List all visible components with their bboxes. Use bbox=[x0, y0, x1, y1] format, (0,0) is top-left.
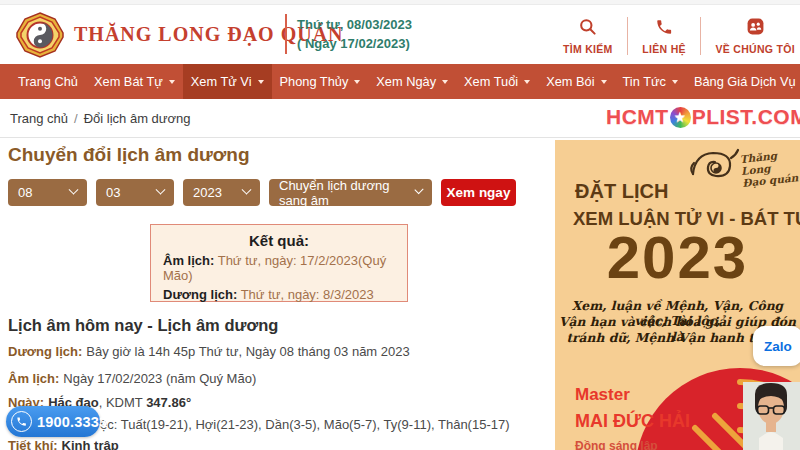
star-glyph: ★ bbox=[675, 111, 686, 123]
today-hours-fragment: ệc: Tuất(19-21), Hợi(21-23), Dần(3-5), M… bbox=[100, 417, 510, 432]
ad-master-name: MAI ĐỨC HẢI bbox=[575, 411, 690, 432]
main-nav: Trang Chủ Xem Bát Tự Xem Tử Vi Phong Thủ… bbox=[0, 64, 800, 99]
today-lunar-label: Âm lịch: bbox=[8, 371, 59, 386]
day-select[interactable]: 08 bbox=[8, 179, 87, 206]
nav-item-xem-boi[interactable]: Xem Bói bbox=[538, 64, 614, 99]
sidebar-ad-banner[interactable]: Thăng Long Đạo quán ĐẶT LỊCH XEM LUẬN TỬ… bbox=[555, 140, 800, 450]
nav-label: Bảng Giá Dịch Vụ bbox=[694, 74, 796, 89]
ad-year: 2023 bbox=[555, 228, 800, 288]
today-solar-line: Dương lịch:Bây giờ là 14h 45p Thứ tư, Ng… bbox=[8, 344, 410, 359]
nav-label: Trang Chủ bbox=[18, 74, 78, 89]
chevron-down-icon bbox=[354, 80, 360, 84]
result-lunar-row: Âm lịch: Thứ tư, ngày: 17/2/2023(Quý Mão… bbox=[163, 253, 407, 283]
nav-item-bang-gia[interactable]: Bảng Giá Dịch Vụ bbox=[686, 64, 800, 99]
today-lunar-value: Ngày 17/02/2023 (năm Quý Mão) bbox=[63, 371, 256, 386]
chevron-down-icon bbox=[524, 80, 530, 84]
breadcrumb: Trang chủ/Đổi lịch âm dương bbox=[10, 111, 191, 126]
ad-master-title: Master bbox=[575, 385, 630, 405]
nav-label: Phong Thủy bbox=[280, 74, 349, 89]
chevron-down-icon bbox=[258, 80, 264, 84]
star-circle-icon: ★ bbox=[670, 107, 691, 128]
nav-label: Xem Ngày bbox=[376, 74, 436, 89]
site-header: THĂNG LONG ĐẠO QUÁN Thứ tư, 08/03/2023 (… bbox=[0, 6, 800, 64]
result-solar-row: Dương lịch: Thứ tư, ngày: 8/3/2023 bbox=[163, 287, 407, 302]
year-select[interactable]: 2023 bbox=[183, 179, 260, 206]
chevron-down-icon bbox=[601, 80, 607, 84]
today-lunar-line: Âm lịch:Ngày 17/02/2023 (năm Quý Mão) bbox=[8, 371, 256, 386]
chevron-down-icon bbox=[169, 80, 175, 84]
page-title: Chuyển đổi lịch âm dương bbox=[8, 144, 250, 166]
chevron-down-icon bbox=[442, 80, 448, 84]
today-day-degree: 347.86° bbox=[146, 395, 191, 410]
search-label: TÌM KIẾM bbox=[563, 43, 613, 55]
page-root: THĂNG LONG ĐẠO QUÁN Thứ tư, 08/03/2023 (… bbox=[0, 0, 800, 450]
phone-icon bbox=[655, 18, 673, 40]
result-box: Kết quả: Âm lịch: Thứ tư, ngày: 17/2/202… bbox=[150, 224, 408, 302]
phone-icon bbox=[11, 411, 32, 432]
nav-item-phong-thuy[interactable]: Phong Thủy bbox=[272, 64, 369, 99]
about-button[interactable]: VỀ CHÚNG TÔI bbox=[716, 17, 795, 55]
header-action-divider bbox=[700, 17, 701, 55]
nav-item-bat-tu[interactable]: Xem Bát Tự bbox=[86, 64, 183, 99]
breadcrumb-current: Đổi lịch âm dương bbox=[84, 111, 191, 126]
day-select-value: 08 bbox=[18, 185, 32, 200]
month-select[interactable]: 03 bbox=[96, 179, 174, 206]
zalo-label: Zalo bbox=[764, 339, 792, 354]
today-solar-value: Bây giờ là 14h 45p Thứ tư, Ngày 08 tháng… bbox=[86, 344, 409, 359]
search-icon bbox=[578, 17, 597, 40]
today-section-title: Lịch âm hôm nay - Lịch âm dương bbox=[8, 316, 278, 335]
watermark-text-right: PLIST.COM bbox=[692, 105, 800, 129]
search-button[interactable]: TÌM KIẾM bbox=[563, 17, 613, 55]
nav-item-home[interactable]: Trang Chủ bbox=[10, 64, 86, 99]
hotline-number: 1900.3333 bbox=[37, 414, 107, 430]
nav-label: Tin Tức bbox=[623, 74, 666, 89]
ad-master-role: Đồng sáng lập bbox=[575, 439, 658, 450]
breadcrumb-home[interactable]: Trang chủ bbox=[10, 111, 68, 126]
chevron-down-icon bbox=[69, 185, 79, 195]
contact-button[interactable]: LIÊN HỆ bbox=[642, 18, 686, 55]
site-logo[interactable] bbox=[16, 12, 64, 58]
contact-label: LIÊN HỆ bbox=[642, 43, 686, 55]
nav-item-xem-ngay[interactable]: Xem Ngày bbox=[368, 64, 456, 99]
nav-item-tin-tuc[interactable]: Tin Tức bbox=[615, 64, 686, 99]
converter-form: 08 03 2023 Chuyển lịch dương sang âm Xem… bbox=[8, 179, 516, 206]
result-solar-value: Thứ tư, ngày: 8/3/2023 bbox=[241, 287, 374, 302]
today-season-value: Kinh trập bbox=[62, 438, 119, 450]
chevron-down-icon bbox=[156, 185, 166, 195]
result-title: Kết quả: bbox=[151, 232, 407, 249]
about-label: VỀ CHÚNG TÔI bbox=[716, 43, 795, 55]
mode-select[interactable]: Chuyển lịch dương sang âm bbox=[269, 179, 432, 206]
header-divider bbox=[285, 14, 287, 54]
today-day-mid: , KDMT bbox=[99, 395, 146, 410]
nav-label: Xem Bát Tự bbox=[94, 74, 163, 89]
hotline-button[interactable]: 1900.3333 bbox=[6, 406, 100, 437]
year-select-value: 2023 bbox=[193, 185, 222, 200]
header-actions: TÌM KIẾM LIÊN HỆ bbox=[563, 12, 795, 60]
dragon-logo-icon bbox=[685, 144, 741, 192]
result-lunar-label: Âm lịch: bbox=[163, 253, 214, 268]
chevron-down-icon bbox=[242, 185, 252, 195]
master-photo bbox=[743, 382, 800, 450]
header-date: Thứ tư, 08/03/2023 ( Ngày 17/02/2023) bbox=[297, 15, 412, 53]
today-season-line: Tiết khí:Kinh trập bbox=[8, 438, 119, 450]
zalo-badge[interactable]: Zalo bbox=[753, 326, 800, 366]
nav-item-tu-vi[interactable]: Xem Tử Vi bbox=[183, 64, 272, 99]
header-date-solar: Thứ tư, 08/03/2023 bbox=[297, 15, 412, 34]
header-date-lunar: ( Ngày 17/02/2023) bbox=[297, 34, 412, 53]
today-season-label: Tiết khí: bbox=[8, 438, 58, 450]
people-icon bbox=[746, 17, 765, 40]
nav-label: Xem Bói bbox=[546, 74, 594, 89]
chevron-down-icon bbox=[672, 80, 678, 84]
nav-item-xem-tuoi[interactable]: Xem Tuổi bbox=[456, 64, 538, 99]
breadcrumb-separator: / bbox=[74, 111, 78, 126]
nav-label: Xem Tuổi bbox=[464, 74, 518, 89]
nav-label: Xem Tử Vi bbox=[191, 74, 252, 89]
header-action-divider bbox=[627, 17, 628, 55]
today-solar-label: Dương lịch: bbox=[8, 344, 82, 359]
ad-headline-line1: ĐẶT LỊCH bbox=[575, 180, 668, 203]
today-hours-line: ệc: Tuất(19-21), Hợi(21-23), Dần(3-5), M… bbox=[100, 417, 510, 432]
submit-button[interactable]: Xem ngay bbox=[441, 179, 516, 206]
ad-brand-script: Thăng Long Đạo quán bbox=[739, 147, 800, 189]
month-select-value: 03 bbox=[106, 185, 120, 200]
watermark-text-left: HCMT bbox=[606, 105, 669, 129]
